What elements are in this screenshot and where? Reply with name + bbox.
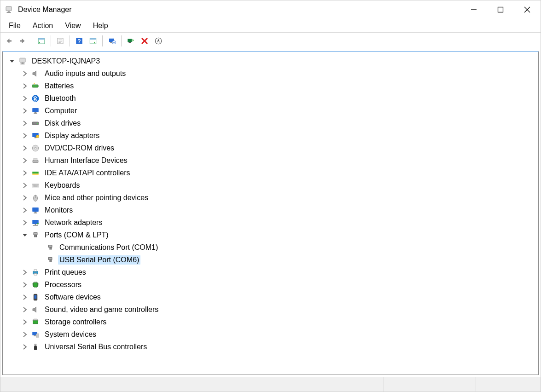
- chevron-right-icon[interactable]: [21, 120, 29, 127]
- svg-rect-96: [33, 320, 38, 324]
- menu-file[interactable]: File: [3, 20, 26, 32]
- statusbar: [0, 377, 541, 392]
- svg-rect-39: [35, 137, 37, 138]
- tree-category-label: Human Interface Devices: [43, 156, 129, 165]
- printer-icon: [30, 267, 41, 277]
- scan-hardware-button[interactable]: [124, 35, 137, 47]
- tree-category[interactable]: Bluetooth: [3, 92, 538, 104]
- svg-rect-60: [35, 224, 36, 225]
- tree-category[interactable]: IDE ATA/ATAPI controllers: [3, 167, 538, 179]
- chevron-right-icon[interactable]: [21, 306, 29, 313]
- tree-category-label: Computer: [43, 106, 78, 115]
- network-icon: [30, 218, 41, 228]
- svg-rect-50: [35, 184, 36, 185]
- tree-category-label: Universal Serial Bus controllers: [43, 342, 148, 352]
- close-button[interactable]: [514, 0, 541, 19]
- display-adapter-icon: [30, 131, 41, 141]
- tree-category[interactable]: Storage controllers: [3, 316, 538, 328]
- tree-root[interactable]: DESKTOP-IQJNAP3: [3, 55, 538, 67]
- svg-rect-1: [8, 11, 10, 12]
- chevron-right-icon[interactable]: [21, 318, 29, 326]
- chevron-right-icon[interactable]: [21, 182, 29, 189]
- svg-point-40: [36, 135, 39, 138]
- menu-action[interactable]: Action: [27, 20, 58, 32]
- svg-rect-31: [38, 85, 39, 86]
- chevron-right-icon[interactable]: [21, 281, 29, 288]
- tree-category-label: Display adapters: [43, 131, 101, 140]
- chevron-right-icon[interactable]: [21, 294, 29, 301]
- chevron-right-icon[interactable]: [21, 107, 29, 115]
- tree-category-label: IDE ATA/ATAPI controllers: [43, 168, 132, 178]
- svg-rect-53: [34, 185, 38, 186]
- svg-rect-28: [22, 62, 24, 63]
- menubar: File Action View Help: [0, 19, 541, 33]
- update-driver-button[interactable]: [105, 35, 118, 47]
- tree-category[interactable]: Mice and other pointing devices: [3, 191, 538, 204]
- forward-button[interactable]: [16, 35, 29, 47]
- svg-rect-2: [7, 12, 11, 13]
- menu-view[interactable]: View: [59, 20, 86, 32]
- tree-category[interactable]: Computer: [3, 104, 538, 117]
- tree-category-label: Disk drives: [43, 119, 82, 128]
- disable-button[interactable]: [152, 35, 165, 47]
- tree-category-label: Print queues: [43, 268, 87, 277]
- show-hidden-button[interactable]: [87, 35, 99, 47]
- tree-category[interactable]: Universal Serial Bus controllers: [3, 340, 538, 353]
- tree-category[interactable]: System devices: [3, 328, 538, 340]
- svg-rect-64: [34, 233, 37, 234]
- tree-category[interactable]: Network adapters: [3, 216, 538, 229]
- tree-category[interactable]: Human Interface Devices: [3, 154, 538, 167]
- tree-category[interactable]: Ports (COM & LPT): [3, 229, 538, 241]
- tree-category[interactable]: Software devices: [3, 291, 538, 303]
- tree-device[interactable]: Communications Port (COM1): [3, 241, 538, 254]
- svg-rect-23: [129, 42, 131, 43]
- svg-rect-51: [36, 184, 37, 185]
- minimize-button[interactable]: [460, 0, 487, 19]
- tree-category[interactable]: DVD/CD-ROM drives: [3, 142, 538, 154]
- tree-category[interactable]: Keyboards: [3, 179, 538, 191]
- tree-category[interactable]: Processors: [3, 278, 538, 291]
- svg-point-62: [37, 223, 39, 224]
- tree-category[interactable]: Monitors: [3, 204, 538, 216]
- chevron-down-icon[interactable]: [21, 231, 29, 239]
- chevron-right-icon[interactable]: [21, 343, 29, 351]
- chevron-right-icon[interactable]: [21, 219, 29, 226]
- svg-rect-4: [498, 7, 503, 12]
- svg-rect-30: [32, 85, 38, 87]
- tree-category[interactable]: Print queues: [3, 266, 538, 278]
- tree-device[interactable]: USB Serial Port (COM6): [3, 254, 538, 266]
- chevron-right-icon[interactable]: [21, 169, 29, 177]
- chevron-right-icon[interactable]: [21, 82, 29, 90]
- device-tree[interactable]: DESKTOP-IQJNAP3 Audio inputs and outputs…: [2, 51, 539, 375]
- mouse-icon: [30, 193, 41, 203]
- chevron-down-icon[interactable]: [8, 58, 16, 65]
- uninstall-button[interactable]: [138, 35, 151, 47]
- chevron-right-icon[interactable]: [21, 194, 29, 202]
- tree-category[interactable]: Disk drives: [3, 117, 538, 129]
- chevron-right-icon[interactable]: [21, 70, 29, 77]
- svg-rect-0: [6, 6, 12, 11]
- chevron-right-icon[interactable]: [21, 157, 29, 164]
- properties-button[interactable]: [54, 35, 67, 47]
- tree-category-label: Batteries: [43, 81, 75, 91]
- show-hide-tree-button[interactable]: [35, 35, 48, 47]
- system-icon: [30, 329, 41, 340]
- tree-category[interactable]: Display adapters: [3, 129, 538, 142]
- help-button[interactable]: ?: [73, 35, 86, 47]
- tree-category[interactable]: Audio inputs and outputs: [3, 67, 538, 80]
- back-button[interactable]: [2, 35, 15, 47]
- tree-category[interactable]: Batteries: [3, 80, 538, 92]
- chevron-right-icon[interactable]: [21, 132, 29, 139]
- toolbar-separator: [70, 35, 70, 46]
- tree-category-label: Processors: [43, 280, 83, 289]
- chevron-right-icon[interactable]: [21, 95, 29, 102]
- svg-rect-52: [37, 184, 38, 185]
- menu-help[interactable]: Help: [87, 20, 114, 32]
- chevron-right-icon[interactable]: [21, 331, 29, 338]
- tree-category[interactable]: Sound, video and game controllers: [3, 303, 538, 316]
- chevron-right-icon[interactable]: [21, 269, 29, 276]
- chevron-right-icon[interactable]: [21, 144, 29, 152]
- chevron-right-icon[interactable]: [21, 207, 29, 214]
- ide-icon: [30, 168, 41, 178]
- maximize-button[interactable]: [487, 0, 514, 19]
